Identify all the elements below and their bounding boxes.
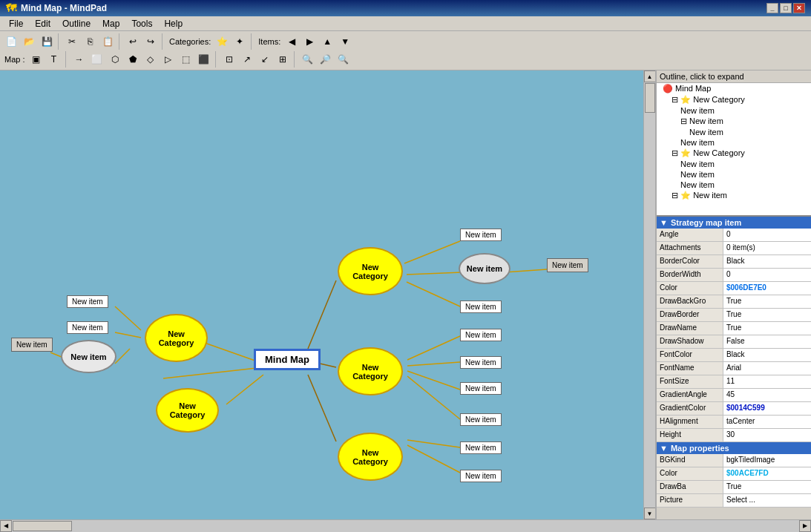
map-btn1[interactable]: ▣ [28,51,45,68]
zoom-in-button[interactable]: 🔍 [300,51,316,68]
menu-edit[interactable]: Edit [29,17,56,30]
tree-item1[interactable]: New item [657,105,811,116]
outline-tree[interactable]: 🔴 Mind Map ⊟ ⭐ New Category New item ⊟ N… [657,83,811,217]
cat-btn2[interactable]: ✦ [232,33,248,50]
tree-item5[interactable]: New item [657,159,811,169]
close-button[interactable]: ✕ [793,3,805,13]
category-node-bottomleft[interactable]: NewCategory [156,388,219,433]
redo-button[interactable]: ↪ [142,33,159,50]
prop-dbr-value[interactable]: True [723,309,811,321]
strategy-section-header[interactable]: ▼ Strategy map item [657,217,811,229]
category-node-bottomright[interactable]: NewCategory [338,433,403,481]
new-item-topleft2[interactable]: New item [67,321,108,334]
new-item-top[interactable]: New item [460,229,502,241]
map-btn5[interactable]: ⬡ [107,51,123,68]
tree-item6[interactable]: New item [657,169,811,180]
map-btn12[interactable]: ↗ [239,51,255,68]
prop-mc-value[interactable]: $00ACE7FD [723,467,811,480]
open-button[interactable]: 📂 [21,33,37,50]
map-btn10[interactable]: ⬛ [196,51,212,68]
canvas-area[interactable]: Mind Map NewCategory New item New item N… [0,70,643,519]
new-item-r3[interactable]: New item [460,356,502,369]
tree-item4[interactable]: New item [657,137,811,148]
prop-ha-value[interactable]: taCenter [723,416,811,428]
prop-db-value[interactable]: True [723,295,811,308]
category-node-topright[interactable]: NewCategory [338,247,403,295]
prop-dba-value[interactable]: True [723,481,811,493]
scroll-right-button[interactable]: ▶ [799,520,811,532]
prop-angle-value[interactable]: 0 [723,229,811,241]
map-btn8[interactable]: ▷ [160,51,177,68]
zoom-reset-button[interactable]: 🔎 [318,51,334,68]
item-btn1[interactable]: ◀ [283,33,300,50]
map-btn14[interactable]: ⊞ [275,51,291,68]
map-btn3[interactable]: → [71,51,88,68]
tree-cat2[interactable]: ⊟ ⭐ New Category [657,148,811,159]
tree-item7[interactable]: New item [657,180,811,190]
new-item-far-left[interactable]: New item [11,338,53,352]
new-item-topleft1[interactable]: New item [67,295,108,308]
new-item-r4[interactable]: New item [460,382,502,395]
item-btn2[interactable]: ▶ [301,33,318,50]
prop-bc-value[interactable]: Black [723,255,811,268]
cut-button[interactable]: ✂ [64,33,80,50]
copy-button[interactable]: ⎘ [82,33,98,50]
item-btn4[interactable]: ▼ [337,33,353,50]
save-button[interactable]: 💾 [39,33,55,50]
scroll-down-button[interactable]: ▼ [644,508,656,519]
tree-root[interactable]: 🔴 Mind Map [657,83,811,94]
prop-pic-value[interactable]: Select ... [723,494,811,507]
prop-bgk-value[interactable]: bgkTiledImage [723,454,811,467]
zoom-out-button[interactable]: 🔍 [335,51,352,68]
new-item-ellipse-topright[interactable]: New item [459,253,510,284]
tree-item3[interactable]: New item [657,127,811,137]
cat-star-btn[interactable]: ⭐ [214,33,230,50]
minimize-button[interactable]: _ [766,3,778,13]
map-btn13[interactable]: ↙ [257,51,273,68]
tree-item8[interactable]: ⊟ ⭐ New item [657,190,811,201]
category-node-right[interactable]: NewCategory [338,347,403,395]
prop-bw-value[interactable]: 0 [723,269,811,281]
horizontal-scrollbar[interactable]: ◀ ▶ [0,519,811,531]
map-btn7[interactable]: ◇ [142,51,159,68]
map-btn6[interactable]: ⬟ [125,51,141,68]
scroll-left-button[interactable]: ◀ [0,520,12,532]
h-scroll-track[interactable] [12,520,799,532]
scroll-track[interactable] [644,82,656,508]
new-item-r5[interactable]: New item [460,413,502,426]
h-scroll-thumb[interactable] [13,521,72,531]
maximize-button[interactable]: □ [780,3,792,13]
mindmap-center-node[interactable]: Mind Map [254,349,321,370]
prop-h-value[interactable]: 30 [723,429,811,441]
menu-file[interactable]: File [3,17,29,30]
item-btn3[interactable]: ▲ [319,33,335,50]
map-btn9[interactable]: ⬚ [178,51,194,68]
prop-dn-value[interactable]: True [723,322,811,335]
prop-ds-value[interactable]: False [723,335,811,348]
prop-fc-value[interactable]: Black [723,349,811,361]
new-item-far-right[interactable]: New item [547,258,588,272]
tree-item2[interactable]: ⊟ New item [657,116,811,127]
menu-help[interactable]: Help [158,17,188,30]
new-item-br1[interactable]: New item [460,441,502,454]
prop-fn-value[interactable]: Arial [723,362,811,375]
scroll-up-button[interactable]: ▲ [644,70,656,82]
map-btn11[interactable]: ⊡ [221,51,237,68]
paste-button[interactable]: 📋 [99,33,116,50]
right-scrollbar[interactable]: ▲ ▼ [643,70,655,519]
prop-ga-value[interactable]: 45 [723,389,811,401]
menu-tools[interactable]: Tools [125,17,158,30]
prop-fs-value[interactable]: 11 [723,375,811,388]
new-item-r2[interactable]: New item [460,329,502,341]
menu-map[interactable]: Map [96,17,125,30]
prop-att-value[interactable]: 0 item(s) [723,242,811,254]
scroll-thumb[interactable] [645,83,655,113]
map-btn4[interactable]: ⬜ [89,51,105,68]
new-item-r1[interactable]: New item [460,301,502,313]
prop-col-value[interactable]: $006DE7E0 [723,282,811,295]
new-item-ellipse-left[interactable]: New item [61,340,116,373]
category-node-left[interactable]: NewCategory [145,314,208,362]
tree-cat1[interactable]: ⊟ ⭐ New Category [657,94,811,105]
map-btn2[interactable]: T [46,51,62,68]
prop-gc-value[interactable]: $0014C599 [723,402,811,415]
